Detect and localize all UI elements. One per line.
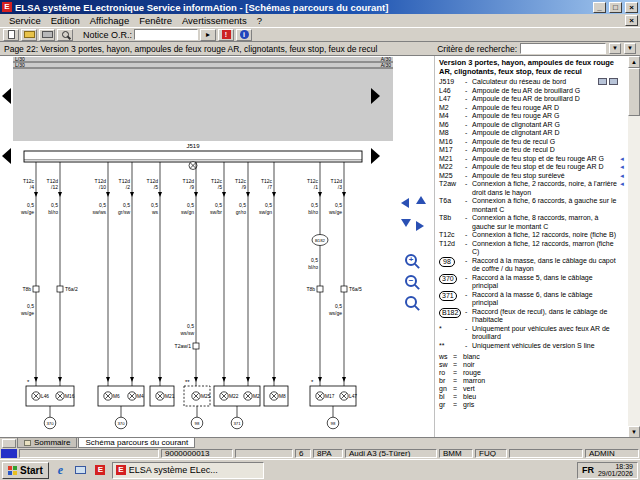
pan-up-arrow[interactable] (416, 196, 426, 204)
component-description: Uniquement véhicules de version S line (472, 342, 618, 351)
warning-button[interactable]: ! (218, 29, 234, 41)
status-doc-number: 9000000013 (161, 449, 233, 458)
component-code: L47 (439, 95, 465, 104)
menu-avertissements[interactable]: Avertissements (177, 15, 252, 26)
component-description: Ampoule de feu rouge AR D (472, 104, 618, 113)
start-label: Start (20, 465, 43, 476)
language-indicator[interactable]: FR (582, 465, 594, 475)
component-code: B182 (439, 308, 465, 325)
minus-glyph: − (409, 276, 414, 285)
legend-item: L47-Ampoule de feu AR de brouillard D (439, 95, 625, 104)
menu-service[interactable]: Service (4, 15, 46, 26)
notice-or-input[interactable] (134, 29, 198, 40)
prev-page-arrow-top[interactable] (2, 88, 11, 104)
photo-icon[interactable] (598, 78, 607, 85)
legend-item: T12c-Connexion à fiche, 12 raccords, noi… (439, 231, 625, 240)
elsa-quicklaunch[interactable]: E (92, 462, 109, 478)
svg-text:T6a/2: T6a/2 (65, 286, 78, 292)
svg-text:ws/ge: ws/ge (329, 310, 342, 316)
main-area: L/30A/30L/30A/30J519T12c/40,5ws/geT8b0,5… (0, 55, 640, 437)
search-dropdown-button[interactable]: ▼ (609, 43, 621, 54)
maximize-button[interactable]: □ (609, 2, 622, 13)
zoom-in-icon[interactable]: + (405, 254, 417, 266)
prev-page-arrow-bottom[interactable] (2, 148, 11, 164)
status-gearbox-code: FUQ (475, 449, 507, 458)
next-page-arrow-bottom[interactable] (371, 148, 380, 164)
scrollbar-thumb[interactable] (628, 68, 640, 116)
wire-T12d-2: T12d/20,5gr/sw (118, 162, 134, 386)
component-M22-M2: M22M2371 (214, 386, 260, 429)
navigation-strip: + − (396, 56, 434, 438)
menu-help[interactable]: ? (252, 15, 267, 26)
wire-T12d-10: T12d/100,5sw/ws (92, 162, 110, 386)
show-in-diagram-arrow[interactable]: ◄ (619, 155, 625, 164)
svg-text:M21: M21 (165, 394, 175, 399)
status-count: 6 (295, 449, 311, 458)
svg-text:L46: L46 (41, 394, 49, 399)
component-L46-M16: L46M16*370 (26, 379, 75, 429)
wire-T12d-3: T12d/30,5ws/geT6a/50,5ws/ge (329, 162, 362, 386)
title-bar[interactable]: E ELSA système ELectronique Service info… (0, 0, 640, 14)
legend-item: B182-Raccord (feux de recul), dans le câ… (439, 308, 625, 325)
scroll-up-button[interactable]: ▲ (628, 56, 640, 68)
open-button[interactable] (21, 29, 37, 41)
color-name: noir (463, 361, 475, 369)
search-secondary-dropdown-button[interactable]: ▼ (624, 43, 636, 54)
book-icon (24, 440, 31, 446)
dash: - (465, 240, 472, 257)
start-button[interactable]: Start (2, 462, 49, 479)
component-code: * (439, 325, 465, 342)
dash: - (465, 291, 472, 308)
wire-color-row: gr=gris (439, 401, 625, 409)
info-button[interactable]: i (236, 29, 252, 41)
show-in-diagram-arrow[interactable]: ◄ (619, 180, 625, 189)
notice-go-button[interactable]: ▸ (200, 29, 216, 41)
minimize-button[interactable]: _ (593, 2, 606, 13)
show-desktop-quicklaunch[interactable] (72, 462, 89, 478)
legend-item: M17-Ampoule de feu de recul D (439, 146, 625, 155)
legend-scrollbar[interactable]: ▲ ▼ (628, 56, 640, 438)
tab-corner-button[interactable] (2, 439, 16, 448)
close-button[interactable]: × (625, 2, 638, 13)
component-description: Ampoule de feu stop surélevé (472, 172, 618, 181)
svg-text:0,5: 0,5 (239, 202, 246, 208)
search-button[interactable] (57, 29, 73, 41)
print-button[interactable] (39, 29, 55, 41)
svg-text:/5: /5 (154, 184, 158, 190)
elsa-task-button[interactable]: E ELSA système ELec... (112, 462, 264, 479)
svg-text:/1: /1 (314, 184, 318, 190)
dash: - (465, 214, 472, 231)
pan-left-arrow[interactable] (401, 198, 409, 208)
status-empty-3 (509, 449, 583, 458)
next-page-arrow-top[interactable] (371, 88, 380, 104)
svg-text:sw/ws: sw/ws (92, 209, 106, 215)
zoom-reset-icon[interactable] (405, 296, 417, 308)
pan-down-arrow[interactable] (401, 219, 411, 227)
component-code: M17 (439, 146, 465, 155)
menu-fenetre[interactable]: Fenêtre (134, 15, 177, 26)
tab-schema-label: Schéma parcours du courant (85, 438, 188, 447)
show-in-diagram-arrow[interactable]: ◄ (619, 163, 625, 172)
internet-explorer-quicklaunch[interactable]: e (52, 462, 69, 478)
dash: - (465, 112, 472, 121)
search-criteria-input[interactable] (520, 43, 606, 54)
tab-schema-parcours[interactable]: Schéma parcours du courant (78, 438, 195, 448)
pan-right-arrow[interactable] (416, 221, 424, 231)
menu-affichage[interactable]: Affichage (85, 15, 134, 26)
legend-item: 371-Raccord à la masse 6, dans le câblag… (439, 291, 625, 308)
new-document-button[interactable] (3, 29, 19, 41)
color-code: sw (439, 361, 453, 369)
search-criteria-label: Critère de recherche: (437, 44, 517, 54)
close-document-button[interactable]: × (625, 15, 638, 26)
menu-edition[interactable]: Edition (46, 15, 85, 26)
toolbar: Notice O.R.: ▸ ! i (0, 27, 640, 41)
tab-sommaire[interactable]: Sommaire (17, 438, 77, 448)
document-link-icon[interactable] (609, 78, 618, 85)
zoom-out-icon[interactable]: − (405, 275, 417, 287)
component-code: M6 (439, 121, 465, 130)
svg-text:M4: M4 (137, 394, 144, 399)
color-name: gris (463, 401, 474, 409)
color-name: blanc (463, 353, 480, 361)
component-code: M25 (439, 172, 465, 181)
show-in-diagram-arrow[interactable]: ◄ (619, 172, 625, 181)
